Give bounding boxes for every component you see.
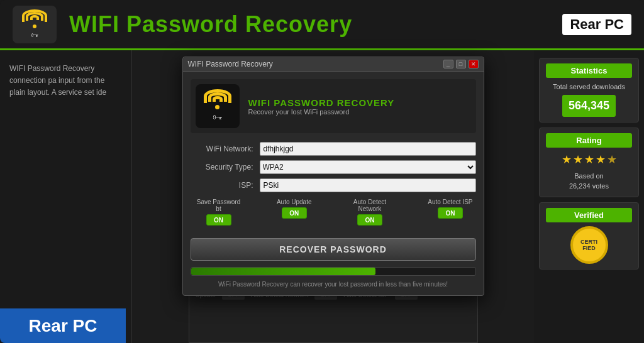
toggle-isp-btn[interactable]: ON (438, 207, 463, 219)
wifi-network-input[interactable] (260, 142, 476, 156)
logo-box: 🗝 (13, 6, 57, 43)
toggle-save-password: Save Password bt ON (194, 199, 244, 226)
app-window: WIFI Password Recovery _ □ ✕ (182, 57, 484, 296)
rating-votes: 26,234 votes (546, 181, 632, 192)
toggle-autoupdate-label: Auto Update (277, 199, 312, 205)
rating-stars: ★ ★ ★ ★ ★ (546, 151, 632, 168)
sidebar-text: WIFI Password Recovery connection pa inp… (9, 63, 122, 99)
rating-body: ★ ★ ★ ★ ★ Based on 26,234 votes (546, 151, 632, 192)
app-header-inner: 🗝 WIFI PASSWORD RECOVERY Recover your lo… (191, 79, 476, 133)
security-type-select[interactable]: WPA2 WPA WEP (260, 160, 476, 174)
window-title-text: WIFI Password Recovery (188, 60, 273, 68)
star-4: ★ (596, 151, 606, 168)
statistics-header: Statistics (546, 63, 632, 78)
wifi-icon-app (204, 89, 231, 109)
toggle-auto-detect-isp: Auto Detect ISP ON (428, 199, 472, 226)
app-inner-title: WIFI PASSWORD RECOVERY (248, 97, 395, 108)
brand-tag: Rear PC (562, 14, 631, 35)
right-panel: Statistics Total served downloads 564,34… (534, 50, 644, 343)
rating-based-on: Based on (546, 171, 632, 182)
security-type-row: Security Type: WPA2 WPA WEP (191, 160, 476, 174)
toggle-row: Save Password bt ON Auto Update ON Auto … (191, 199, 476, 226)
header-title: WIFI Password Recovery (69, 11, 562, 38)
rating-header: Rating (546, 133, 632, 148)
toggle-isp-label: Auto Detect ISP (428, 199, 472, 205)
downloads-label: Total served downloads (546, 82, 632, 92)
minimize-button[interactable]: _ (443, 60, 453, 68)
toggle-save-label: Save Password bt (194, 199, 244, 212)
window-titlebar: WIFI Password Recovery _ □ ✕ (183, 57, 484, 72)
isp-label: ISP: (191, 181, 260, 190)
isp-row: ISP: (191, 178, 476, 192)
close-button[interactable]: ✕ (469, 60, 479, 68)
progress-bar-container (191, 267, 476, 276)
window-controls: _ □ ✕ (443, 60, 479, 68)
window-body: 🗝 WIFI PASSWORD RECOVERY Recover your lo… (183, 72, 484, 295)
star-5: ★ (607, 151, 617, 168)
key-icon: 🗝 (213, 112, 223, 123)
statistics-body: Total served downloads 564,345 (546, 82, 632, 117)
toggle-autoupdate-btn[interactable]: ON (282, 207, 307, 219)
maximize-button[interactable]: □ (456, 60, 466, 68)
verified-card: Verified CERTIFIED (539, 202, 639, 270)
toggle-network-btn[interactable]: ON (357, 214, 382, 226)
window-footer-text: WiFi Password Recovery can recover your … (191, 281, 476, 288)
bottom-brand-bar: Rear PC (0, 308, 126, 343)
main-content: WIFI Password Recovery connection pa inp… (0, 50, 644, 343)
wifi-network-label: WiFi Network: (191, 144, 260, 153)
app-inner-subtitle: Recover your lost WiFi password (248, 108, 395, 116)
wifi-network-row: WiFi Network: (191, 142, 476, 156)
wifi-icon-header (22, 9, 47, 28)
header: 🗝 WIFI Password Recovery Rear PC (0, 0, 644, 50)
statistics-card: Statistics Total served downloads 564,34… (539, 58, 639, 122)
toggle-auto-update: Auto Update ON (277, 199, 312, 226)
toggle-auto-detect-network: Auto Detect Network ON (345, 199, 395, 226)
key-icon-header: 🗝 (31, 31, 38, 40)
verified-header: Verified (546, 208, 632, 222)
verified-badge-text: CERTIFIED (580, 239, 597, 251)
app-logo: 🗝 (196, 84, 240, 128)
left-panel: WIFI Password Recovery connection pa inp… (0, 50, 132, 343)
star-3: ★ (584, 151, 594, 168)
app-title-block: WIFI PASSWORD RECOVERY Recover your lost… (248, 97, 395, 116)
downloads-value: 564,345 (562, 95, 616, 117)
progress-bar-fill (191, 268, 376, 275)
recover-password-button[interactable]: RECOVER PASSWORD (191, 238, 476, 261)
outer-container: 🗝 WIFI Password Recovery Rear PC WIFI Pa… (0, 0, 644, 343)
verified-badge: CERTIFIED (570, 226, 608, 264)
bottom-brand-text: Rear PC (29, 316, 97, 336)
center-panel: WIFI Password Recovery _ □ ✕ (132, 50, 534, 343)
toggle-save-btn[interactable]: ON (206, 214, 231, 226)
rating-card: Rating ★ ★ ★ ★ ★ Based on 26,234 votes (539, 128, 639, 197)
toggle-network-label: Auto Detect Network (345, 199, 395, 212)
star-1: ★ (562, 151, 572, 168)
security-type-label: Security Type: (191, 163, 260, 172)
isp-input[interactable] (260, 178, 476, 192)
star-2: ★ (573, 151, 583, 168)
